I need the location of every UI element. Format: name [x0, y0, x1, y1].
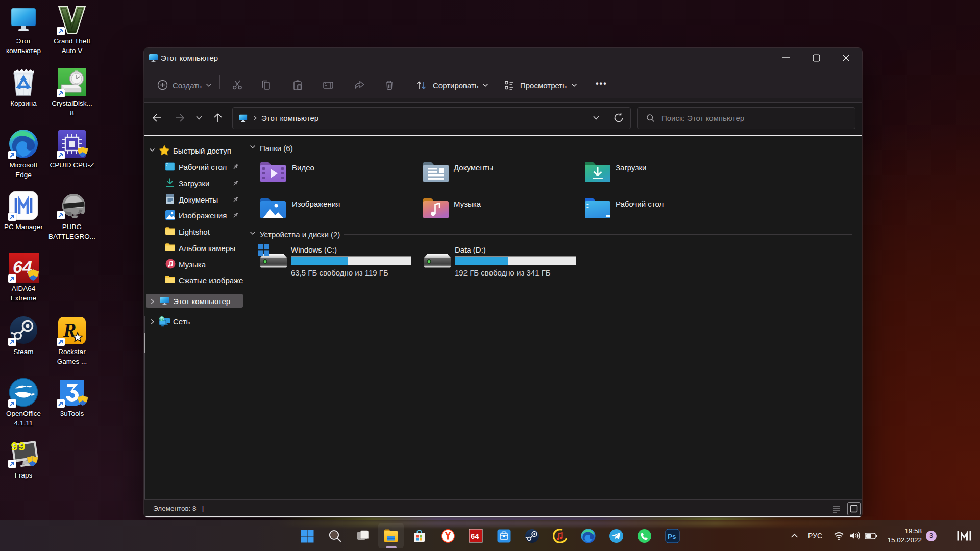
svg-text:64: 64 [471, 532, 479, 540]
svg-text:R: R [63, 319, 76, 341]
svg-text:99: 99 [11, 440, 26, 454]
svg-text:Ps: Ps [668, 533, 676, 540]
